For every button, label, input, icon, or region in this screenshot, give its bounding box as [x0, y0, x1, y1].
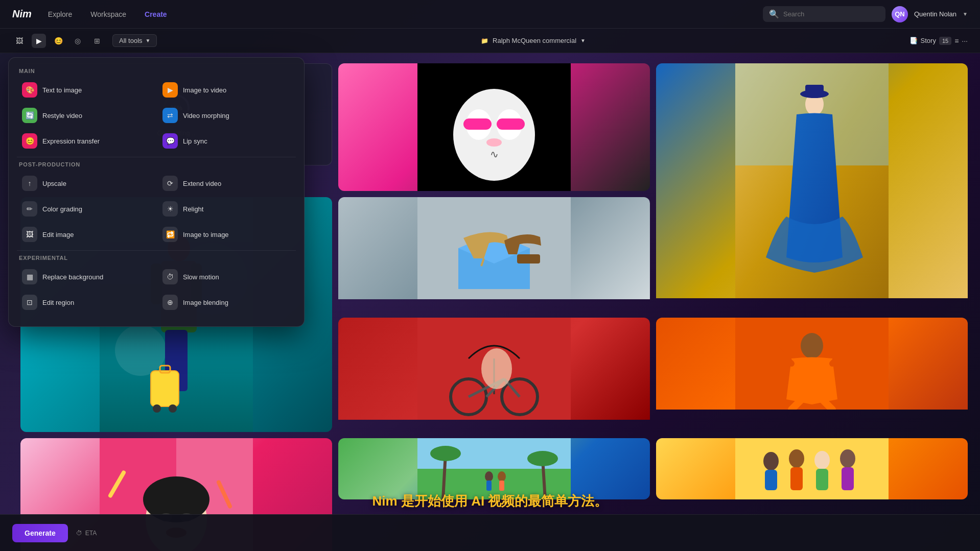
svg-rect-77	[842, 467, 854, 490]
svg-rect-69	[735, 438, 889, 499]
menu-item-image-to-video[interactable]: ▶ Image to video	[157, 78, 296, 102]
edit-image-label: Edit image	[42, 231, 74, 238]
image-card-shoes[interactable]	[338, 197, 650, 312]
svg-rect-25	[151, 371, 179, 406]
menu-item-edit-region[interactable]: ⊡ Edit region	[17, 291, 155, 314]
image-to-video-label: Image to video	[183, 86, 226, 94]
main-menu-grid: 🎨 Text to image ▶ Image to video 🔄 Resty…	[17, 78, 296, 153]
user-dropdown-icon[interactable]: ▼	[963, 11, 968, 17]
project-name: Ralph McQueen commercial	[493, 37, 576, 44]
main-layout: Main 🎨 Text to image ▶ Image to video 🔄 …	[0, 53, 980, 551]
svg-point-72	[789, 449, 804, 468]
text-to-image-label: Text to image	[42, 86, 82, 94]
subnav-icon-circle[interactable]: ◎	[71, 34, 85, 48]
experimental-section-label: Experimental	[17, 255, 296, 261]
svg-rect-68	[499, 481, 504, 491]
menu-item-text-to-image[interactable]: 🎨 Text to image	[17, 78, 155, 102]
separator-1	[17, 157, 296, 157]
story-badge: 📑 Story 15 ≡ ···	[909, 37, 968, 45]
cat-image: ∿	[338, 63, 650, 191]
navbar: Nim Explore Workspace Create 🔍 QN Quenti…	[0, 0, 980, 29]
eta-icon: ⏱	[76, 530, 82, 537]
svg-point-62	[430, 446, 461, 461]
search-input[interactable]	[783, 10, 879, 18]
upscale-label: Upscale	[42, 180, 66, 187]
story-more-icon[interactable]: ···	[962, 37, 968, 45]
bottom-bar: Generate ⏱ ETA	[0, 514, 980, 551]
menu-item-color-grading[interactable]: ✏ Color grading	[17, 197, 155, 221]
text-to-image-icon: 🎨	[22, 82, 37, 98]
svg-rect-73	[790, 467, 803, 490]
image-card-blue-dress[interactable]	[656, 63, 968, 312]
replace-background-icon: ▦	[22, 269, 37, 284]
menu-item-upscale[interactable]: ↑ Upscale	[17, 172, 155, 195]
image-card-bicycle[interactable]	[338, 318, 650, 432]
menu-item-image-to-image[interactable]: 🔁 Image to image	[157, 223, 296, 246]
menu-item-slow-motion[interactable]: ⏱ Slow motion	[157, 265, 296, 289]
edit-region-label: Edit region	[42, 299, 74, 306]
image-card-beach[interactable]	[338, 438, 650, 499]
svg-rect-66	[486, 481, 492, 491]
lip-sync-label: Lip sync	[183, 137, 207, 145]
beach-image	[338, 438, 650, 499]
svg-point-18	[115, 325, 166, 376]
color-grading-label: Color grading	[42, 205, 82, 213]
svg-rect-15	[805, 85, 824, 96]
menu-item-replace-background[interactable]: ▦ Replace background	[17, 265, 155, 289]
svg-rect-8	[497, 118, 525, 130]
nav-create[interactable]: Create	[141, 8, 171, 20]
menu-item-restyle-video[interactable]: 🔄 Restyle video	[17, 104, 155, 127]
user-name: Quentin Nolan	[914, 10, 956, 18]
subnav-icon-image[interactable]: 🖼	[12, 34, 27, 48]
svg-point-67	[498, 471, 506, 482]
nav-links: Explore Workspace Create	[44, 8, 171, 20]
menu-item-relight[interactable]: ☀ Relight	[157, 197, 296, 221]
extend-video-icon: ⟳	[162, 176, 178, 191]
menu-item-extend-video[interactable]: ⟳ Extend video	[157, 172, 296, 195]
svg-point-9	[486, 138, 502, 147]
menu-item-lip-sync[interactable]: 💬 Lip sync	[157, 129, 296, 153]
image-to-image-label: Image to image	[183, 231, 229, 238]
story-sort-icon[interactable]: ≡	[954, 37, 959, 45]
extend-video-label: Extend video	[183, 180, 221, 187]
menu-item-edit-image[interactable]: 🖼 Edit image	[17, 223, 155, 246]
image-to-video-icon: ▶	[162, 82, 178, 98]
project-selector[interactable]: 📁 Ralph McQueen commercial ▼	[481, 37, 586, 44]
menu-item-image-blending[interactable]: ⊕ Image blending	[157, 291, 296, 314]
svg-rect-7	[463, 118, 492, 130]
subnav-icon-emoji[interactable]: 😊	[51, 34, 65, 48]
subnav-icon-grid[interactable]: ⊞	[90, 34, 104, 48]
nav-explore[interactable]: Explore	[44, 8, 76, 20]
svg-point-28	[169, 404, 177, 413]
image-blending-label: Image blending	[183, 299, 228, 306]
folder-icon: 📁	[481, 37, 488, 44]
menu-item-expression-transfer[interactable]: 😊 Expression transfer	[17, 129, 155, 153]
story-count: 15	[939, 37, 951, 45]
search-bar[interactable]: 🔍	[763, 6, 885, 22]
video-morphing-label: Video morphing	[183, 112, 229, 119]
svg-point-41	[481, 348, 512, 389]
upscale-icon: ↑	[22, 176, 37, 191]
chevron-down-icon: ▼	[146, 38, 151, 43]
image-card-cat[interactable]: ∿	[338, 63, 650, 191]
story-label: Story	[921, 37, 936, 44]
bicycle-image	[338, 318, 650, 420]
svg-point-70	[763, 452, 779, 470]
generate-button[interactable]: Generate	[12, 524, 68, 542]
menu-item-video-morphing[interactable]: ⇄ Video morphing	[157, 104, 296, 127]
subnav-icon-video[interactable]: ▶	[32, 34, 46, 48]
image-card-group[interactable]	[656, 438, 968, 499]
slow-motion-icon: ⏱	[162, 269, 178, 284]
svg-text:∿: ∿	[490, 149, 499, 160]
main-section-label: Main	[17, 68, 296, 74]
search-icon: 🔍	[769, 9, 779, 19]
avatar: QN	[892, 6, 908, 22]
image-card-orange-man[interactable]	[656, 318, 968, 432]
image-to-image-icon: 🔁	[162, 227, 178, 242]
edit-image-icon: 🖼	[22, 227, 37, 242]
svg-point-4	[453, 89, 535, 181]
nav-workspace[interactable]: Workspace	[86, 8, 130, 20]
svg-point-65	[485, 471, 493, 482]
all-tools-button[interactable]: All tools ▼	[112, 34, 157, 47]
svg-point-76	[840, 449, 855, 468]
